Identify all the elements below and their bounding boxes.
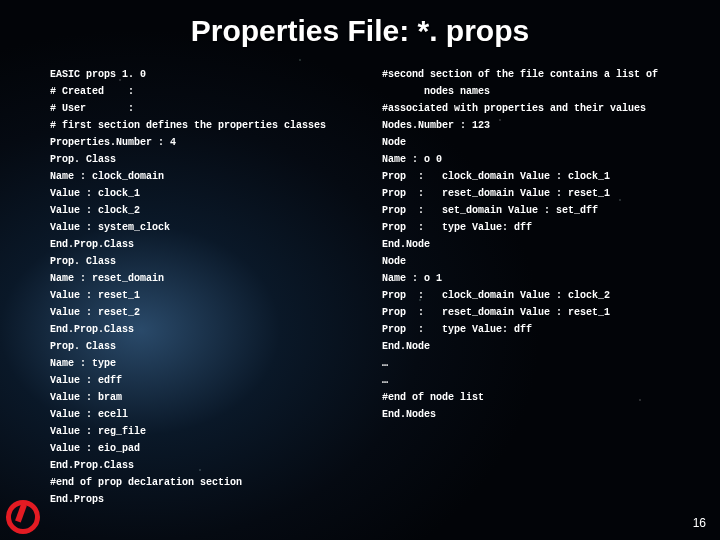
right-code-column: #second section of the file contains a l… bbox=[382, 66, 686, 506]
left-code-column: EASIC props 1. 0 # Created : # User : # … bbox=[50, 66, 354, 506]
content-columns: EASIC props 1. 0 # Created : # User : # … bbox=[50, 66, 686, 506]
page-number: 16 bbox=[693, 516, 706, 530]
slide: Properties File: *. props EASIC props 1.… bbox=[0, 0, 720, 540]
slide-title: Properties File: *. props bbox=[0, 14, 720, 48]
logo-icon bbox=[6, 500, 40, 534]
